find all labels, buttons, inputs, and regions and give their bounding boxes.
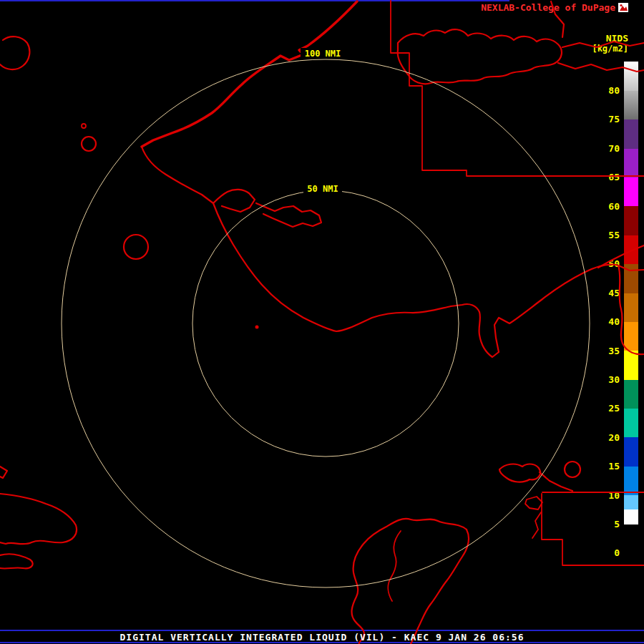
coastline-path bbox=[0, 494, 77, 544]
product-caption: DIGITAL VERTICALLY INTEGRATED LIQUID (VI… bbox=[0, 632, 644, 643]
coastline-path bbox=[551, 1, 564, 37]
radar-map: 100 NMI 50 NMI bbox=[0, 0, 644, 644]
coastline-path bbox=[352, 519, 467, 644]
island-dot bbox=[255, 326, 259, 329]
coastline-path bbox=[398, 29, 562, 84]
coastline-path bbox=[499, 464, 540, 482]
ring-labels: 100 NMI 50 NMI bbox=[301, 48, 345, 194]
coastline-path bbox=[0, 467, 7, 478]
coastline-path bbox=[598, 245, 644, 268]
coastline-path bbox=[142, 147, 255, 212]
boundary-path bbox=[542, 494, 644, 565]
coastline-path bbox=[256, 203, 321, 227]
island-outline bbox=[82, 124, 86, 128]
coastline-path bbox=[411, 530, 469, 644]
range-ring-50nmi bbox=[192, 190, 459, 457]
island-outline bbox=[565, 462, 580, 477]
coastline-path bbox=[562, 42, 644, 47]
coastline-path bbox=[532, 512, 541, 538]
coastline-path bbox=[451, 265, 644, 357]
coastline-path bbox=[213, 203, 451, 331]
island-outline bbox=[124, 235, 148, 259]
coastline-path bbox=[618, 265, 644, 354]
coastline-path bbox=[388, 531, 401, 601]
coastline-path bbox=[0, 36, 29, 69]
radar-display: NEXLAB-College of DuPage NIDS [kg/m2] 80… bbox=[0, 0, 644, 644]
coastline-path bbox=[525, 497, 542, 509]
map-outlines bbox=[0, 1, 644, 644]
island-outline bbox=[82, 137, 96, 151]
coastline-path bbox=[558, 63, 644, 72]
coastline-path bbox=[142, 1, 357, 147]
boundary-path bbox=[391, 1, 644, 176]
ring-label-100nmi: 100 NMI bbox=[305, 49, 341, 59]
ring-label-50nmi: 50 NMI bbox=[307, 184, 338, 194]
coastline-path bbox=[0, 554, 33, 568]
